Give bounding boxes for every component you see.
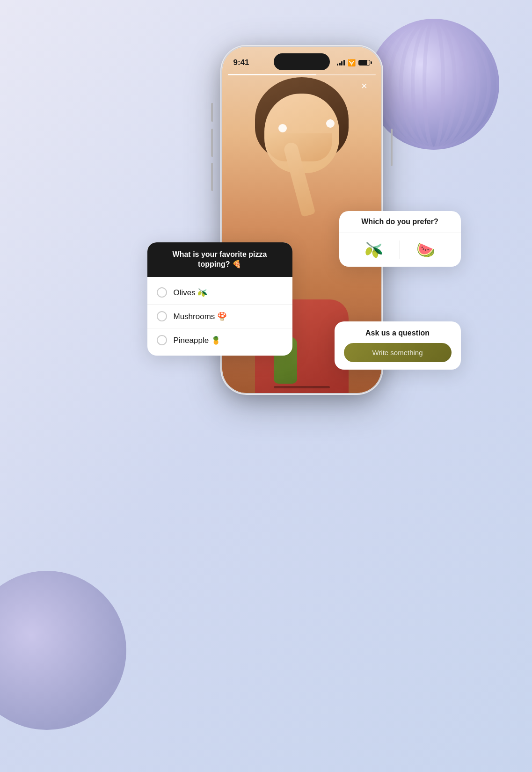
- svg-point-8: [0, 571, 126, 730]
- this-or-that-card: Which do you prefer? 🫒 🍉: [339, 211, 461, 267]
- home-indicator: [274, 386, 330, 388]
- poll-card: What is your favorite pizza topping? 🍕 O…: [147, 242, 292, 356]
- poll-option-text-mushrooms: Mushrooms 🍄: [174, 312, 227, 321]
- poll-question: What is your favorite pizza topping? 🍕: [157, 250, 283, 269]
- tot-choice-right[interactable]: 🍉: [400, 241, 452, 259]
- tot-title: Which do you prefer?: [361, 218, 438, 226]
- radio-circle-olives: [157, 287, 167, 298]
- tot-choice-left[interactable]: 🫒: [349, 241, 400, 259]
- tot-choices: 🫒 🍉: [339, 233, 461, 267]
- tot-header: Which do you prefer?: [339, 211, 461, 233]
- poll-option-mushrooms[interactable]: Mushrooms 🍄: [147, 305, 292, 328]
- story-progress-bar: [228, 74, 376, 75]
- status-icons: 🛜: [337, 59, 370, 66]
- poll-option-olives[interactable]: Olives 🫒: [147, 281, 292, 305]
- story-progress-fill: [228, 74, 317, 75]
- battery-icon: [358, 60, 370, 66]
- phone-button-volume-up: [211, 129, 213, 157]
- ask-card: Ask us a question Write something: [335, 321, 461, 370]
- signal-icon: [337, 60, 345, 66]
- wifi-icon: 🛜: [348, 59, 356, 66]
- status-time: 9:41: [233, 58, 249, 67]
- radio-circle-mushrooms: [157, 311, 167, 321]
- phone-button-volume-down: [211, 163, 213, 191]
- poll-option-pineapple[interactable]: Pineapple 🍍: [147, 328, 292, 352]
- poll-header: What is your favorite pizza topping? 🍕: [147, 242, 292, 277]
- poll-option-text-olives: Olives 🫒: [174, 288, 208, 298]
- ask-title: Ask us a question: [344, 329, 452, 337]
- close-button[interactable]: ×: [357, 79, 372, 94]
- phone-button-mute: [211, 103, 213, 122]
- radio-circle-pineapple: [157, 335, 167, 345]
- ask-input[interactable]: Write something: [344, 343, 452, 362]
- phone-frame: 9:41 🛜: [213, 47, 391, 412]
- poll-option-text-pineapple: Pineapple 🍍: [174, 335, 221, 345]
- dynamic-island: [274, 53, 330, 70]
- phone-button-power: [391, 129, 393, 166]
- background-blob-bottom-left: [0, 566, 131, 735]
- poll-options: Olives 🫒 Mushrooms 🍄 Pineapple 🍍: [147, 277, 292, 356]
